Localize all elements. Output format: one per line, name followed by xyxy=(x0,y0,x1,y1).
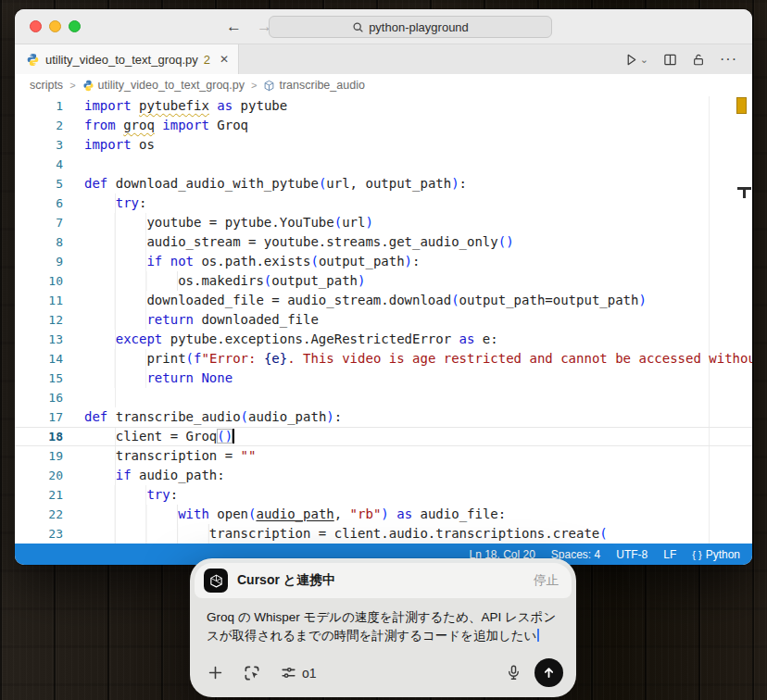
status-language-mode[interactable]: { } Python xyxy=(692,548,740,561)
line-number: 1 xyxy=(15,96,63,116)
line-number: 12 xyxy=(15,310,63,330)
code-line[interactable]: 14print(f"Error: {e}. This video is age … xyxy=(15,349,752,369)
stop-button[interactable]: 停止 xyxy=(534,572,559,589)
code-line[interactable]: 16 xyxy=(15,388,752,407)
code-line[interactable]: 15return None xyxy=(15,369,752,388)
python-icon xyxy=(26,53,40,67)
code-line[interactable]: 12return downloaded_file xyxy=(15,310,752,330)
search-icon xyxy=(352,21,364,33)
line-number: 19 xyxy=(15,446,63,466)
code-line[interactable]: 20if audio_path: xyxy=(15,466,752,485)
symbol-cube-icon xyxy=(263,80,275,92)
line-number: 22 xyxy=(15,505,63,524)
code-line[interactable]: 8audio_stream = youtube.streams.get_audi… xyxy=(15,232,752,252)
code-line[interactable]: 2from groq import Groq xyxy=(15,116,752,135)
code-area: 1import pytubefix as pytube2from groq im… xyxy=(15,96,752,544)
code-line[interactable]: 21try: xyxy=(15,485,752,505)
code-text: if audio_path: xyxy=(63,466,225,485)
run-python-file-button[interactable]: ⌄ xyxy=(624,53,648,67)
back-icon[interactable]: ← xyxy=(226,18,242,36)
mouse-cursor-artifact xyxy=(737,187,752,199)
code-line[interactable]: 10os.makedirs(output_path) xyxy=(15,271,752,291)
code-text: transcription = "" xyxy=(63,446,256,466)
line-number: 11 xyxy=(15,291,63,310)
code-text: if not os.path.exists(output_path): xyxy=(63,252,420,271)
code-text: try: xyxy=(63,485,178,505)
split-editor-icon[interactable] xyxy=(663,53,677,67)
app-select-icon xyxy=(243,664,261,682)
code-text: client = Groq() xyxy=(63,427,234,446)
run-icon xyxy=(624,53,638,67)
code-line[interactable]: 19transcription = "" xyxy=(15,446,752,466)
code-text: return downloaded_file xyxy=(63,310,319,330)
code-line[interactable]: 9if not os.path.exists(output_path): xyxy=(15,252,752,271)
model-label: o1 xyxy=(302,666,317,681)
code-line[interactable]: 11downloaded_file = audio_stream.downloa… xyxy=(15,291,752,310)
code-text: def download_audio_with_pytube(url, outp… xyxy=(63,174,467,194)
code-line[interactable]: 13except pytube.exceptions.AgeRestricted… xyxy=(15,330,752,349)
breadcrumb-separator: > xyxy=(251,80,257,91)
minimize-window-button[interactable] xyxy=(49,20,61,32)
code-line[interactable]: 22with open(audio_path, "rb") as audio_f… xyxy=(15,505,752,524)
code-text: from groq import Groq xyxy=(63,116,248,135)
line-number: 18 xyxy=(15,427,63,446)
line-number: 21 xyxy=(15,485,63,505)
code-line[interactable]: 6try: xyxy=(15,194,752,213)
breadcrumb-item-file[interactable]: utility_video_to_text_groq.py xyxy=(82,79,245,92)
close-tab-icon[interactable]: ✕ xyxy=(220,53,229,66)
code-text: return None xyxy=(63,369,233,388)
more-actions-icon[interactable]: ··· xyxy=(720,51,737,68)
code-line[interactable]: 7youtube = pytube.YouTube(url) xyxy=(15,213,752,232)
assistant-dialog-title: Cursor と連携中 xyxy=(237,572,335,589)
code-line[interactable]: 4 xyxy=(15,155,752,174)
assistant-dialog: Cursor と連携中 停止 Groq の Whisper モデルの速度を計測す… xyxy=(190,558,576,697)
arrow-up-icon xyxy=(541,665,557,681)
tab-label: utility_video_to_text_groq.py xyxy=(45,53,198,67)
code-line[interactable]: 18client = Groq() xyxy=(15,427,752,446)
titlebar: ← → python-playground xyxy=(15,9,752,44)
app-select-button[interactable] xyxy=(243,664,261,682)
line-number: 3 xyxy=(15,135,63,155)
code-text: print(f"Error: {e}. This video is age re… xyxy=(63,349,752,369)
tab-problems-badge: 2 xyxy=(204,53,210,67)
prompt-line-1: Groq の Whisper モデルの速度を計測するため、API レスポン xyxy=(207,610,556,624)
assistant-toolbar: o1 xyxy=(190,658,576,697)
code-text xyxy=(63,388,116,407)
attach-plus-button[interactable] xyxy=(207,664,224,681)
code-line[interactable]: 17def transcribe_audio(audio_path): xyxy=(15,407,752,427)
breadcrumb-item-scripts[interactable]: scripts xyxy=(30,79,63,92)
line-number: 7 xyxy=(15,213,63,232)
code-line[interactable]: 1import pytubefix as pytube xyxy=(15,96,752,116)
code-line[interactable]: 3import os xyxy=(15,135,752,155)
line-number: 4 xyxy=(15,155,63,174)
code-text xyxy=(63,155,84,174)
send-button[interactable] xyxy=(534,658,563,687)
sliders-icon xyxy=(280,664,297,681)
line-number: 10 xyxy=(15,271,63,291)
command-center-search[interactable]: python-playground xyxy=(269,16,552,38)
code-text: try: xyxy=(63,194,146,213)
zoom-window-button[interactable] xyxy=(69,20,81,32)
close-window-button[interactable] xyxy=(30,20,42,32)
prompt-text[interactable]: Groq の Whisper モデルの速度を計測するため、API レスポン スが… xyxy=(190,598,576,645)
breadcrumb-item-symbol[interactable]: transcribe_audio xyxy=(263,79,364,92)
code-line[interactable]: 23transcription = client.audio.transcrip… xyxy=(15,524,752,544)
code-editor[interactable]: 1import pytubefix as pytube2from groq im… xyxy=(15,96,752,544)
code-line[interactable]: 5def download_audio_with_pytube(url, out… xyxy=(15,174,752,194)
microphone-button[interactable] xyxy=(505,664,522,681)
code-text: youtube = pytube.YouTube(url) xyxy=(63,213,373,232)
code-text: downloaded_file = audio_stream.download(… xyxy=(63,291,647,310)
chevron-down-icon[interactable]: ⌄ xyxy=(640,54,648,66)
text-caret xyxy=(537,629,539,642)
tab-utility-video-to-text-groq[interactable]: utility_video_to_text_groq.py 2 ✕ xyxy=(15,44,239,74)
status-encoding[interactable]: UTF-8 xyxy=(616,548,648,561)
prompt-line-2: スが取得されるまでの時間を計測するコードを追加したい xyxy=(207,629,536,643)
assistant-dialog-header[interactable]: Cursor と連携中 停止 xyxy=(195,563,572,598)
search-value: python-playground xyxy=(369,20,469,34)
cursor-logo-icon xyxy=(204,569,228,593)
model-selector[interactable]: o1 xyxy=(280,664,317,681)
status-eol[interactable]: LF xyxy=(663,548,676,561)
code-text: except pytube.exceptions.AgeRestrictedEr… xyxy=(63,330,498,349)
lock-icon[interactable] xyxy=(692,53,705,67)
editor-window: ← → python-playground utility_video_to_t… xyxy=(15,9,752,565)
